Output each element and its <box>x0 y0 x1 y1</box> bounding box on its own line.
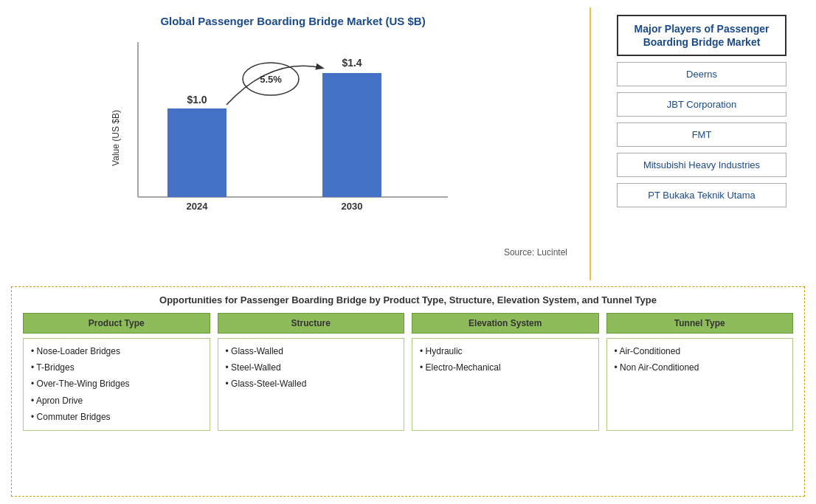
product-item-1: T-Bridges <box>31 361 202 375</box>
category-items-structure: Glass-Walled Steel-Walled Glass-Steel-Wa… <box>218 338 405 431</box>
bar-chart: Value (US $B) $1.0 2024 $1.4 2030 <box>94 35 507 241</box>
category-header-structure: Structure <box>218 313 405 334</box>
category-header-tunnel: Tunnel Type <box>606 313 794 334</box>
category-items-product-type: Nose-Loader Bridges T-Bridges Over-The-W… <box>23 338 210 431</box>
product-item-0: Nose-Loader Bridges <box>31 345 202 359</box>
top-section: Global Passenger Boarding Bridge Market … <box>11 7 805 280</box>
player-jbt: JBT Corporation <box>617 92 786 117</box>
cagr-arrow <box>227 66 322 105</box>
bar-year-2024: 2024 <box>187 201 209 212</box>
chart-area: Global Passenger Boarding Bridge Market … <box>11 7 591 280</box>
category-tunnel: Tunnel Type Air-Conditioned Non Air-Cond… <box>606 313 794 431</box>
tunnel-item-0: Air-Conditioned <box>615 345 786 359</box>
categories-row: Product Type Nose-Loader Bridges T-Bridg… <box>23 313 793 431</box>
bar-2030 <box>322 73 381 197</box>
source-text: Source: Lucintel <box>504 247 567 258</box>
category-structure: Structure Glass-Walled Steel-Walled Glas… <box>218 313 405 431</box>
major-players-title: Major Players of Passenger Boarding Brid… <box>617 15 786 56</box>
bar-value-2030: $1.4 <box>342 57 362 69</box>
category-header-product-type: Product Type <box>23 313 210 334</box>
structure-item-2: Glass-Steel-Walled <box>226 377 397 391</box>
bar-year-2030: 2030 <box>342 201 363 212</box>
tunnel-item-1: Non Air-Conditioned <box>615 361 786 375</box>
y-axis-label: Value (US $B) <box>111 110 121 166</box>
right-panel: Major Players of Passenger Boarding Brid… <box>598 7 805 280</box>
chart-title: Global Passenger Boarding Bridge Market … <box>160 15 425 27</box>
player-deerns: Deerns <box>617 62 786 86</box>
player-fmt: FMT <box>617 122 786 147</box>
bar-2024 <box>167 108 227 197</box>
category-items-elevation: Hydraulic Electro-Mechanical <box>412 338 599 431</box>
structure-item-1: Steel-Walled <box>226 361 397 375</box>
product-item-3: Apron Drive <box>31 394 202 408</box>
structure-item-0: Glass-Walled <box>226 345 397 359</box>
category-elevation: Elevation System Hydraulic Electro-Mecha… <box>412 313 599 431</box>
elevation-item-1: Electro-Mechanical <box>420 361 591 375</box>
bar-value-2024: $1.0 <box>187 94 207 106</box>
elevation-item-0: Hydraulic <box>420 345 591 359</box>
player-mitsubishi: Mitsubishi Heavy Industries <box>617 153 786 177</box>
player-pt-bukaka: PT Bukaka Teknik Utama <box>617 183 786 207</box>
main-container: Global Passenger Boarding Bridge Market … <box>0 0 816 504</box>
category-header-elevation: Elevation System <box>412 313 599 334</box>
bottom-section: Opportunities for Passenger Boarding Bri… <box>11 286 805 497</box>
category-product-type: Product Type Nose-Loader Bridges T-Bridg… <box>23 313 210 431</box>
opportunities-title: Opportunities for Passenger Boarding Bri… <box>23 294 793 305</box>
product-item-2: Over-The-Wing Bridges <box>31 377 202 391</box>
product-item-4: Commuter Bridges <box>31 410 202 424</box>
category-items-tunnel: Air-Conditioned Non Air-Conditioned <box>606 338 794 431</box>
cagr-label: 5.5% <box>260 74 282 85</box>
